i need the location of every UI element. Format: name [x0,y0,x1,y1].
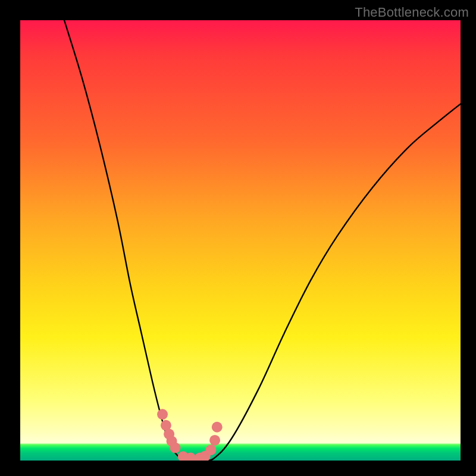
chart-svg [20,20,461,461]
data-dot [157,409,168,419]
data-dot [212,422,223,433]
bottleneck-curve [64,20,461,461]
data-dot [170,443,180,453]
chart-plot-area [20,20,461,461]
watermark-text: TheBottleneck.com [355,5,469,20]
data-dot [209,435,220,446]
data-dot [205,444,216,455]
chart-frame: TheBottleneck.com [0,0,476,476]
dot-group [157,409,223,461]
